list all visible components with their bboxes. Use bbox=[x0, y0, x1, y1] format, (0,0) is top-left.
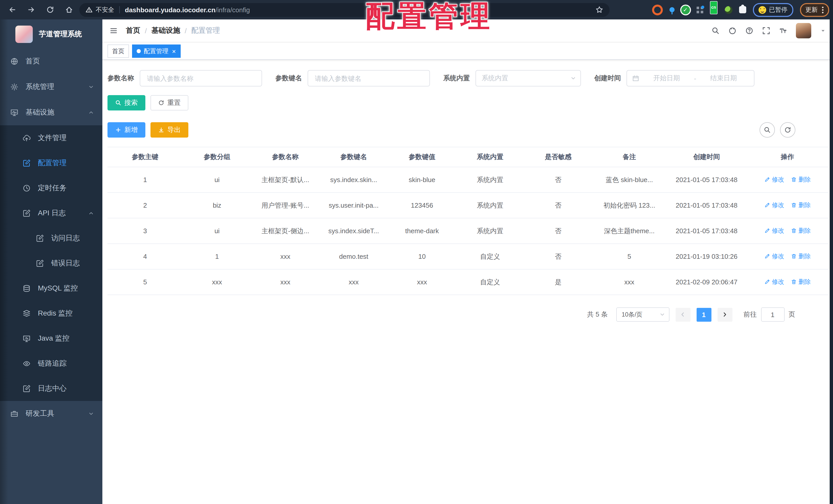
home-icon[interactable] bbox=[63, 4, 75, 16]
main-area: 首页/基础设施/配置管理 首页配置管理× 参数名称 参数键名 系统内置 系统 bbox=[102, 20, 833, 504]
profile-paused-badge[interactable]: 已暂停 bbox=[753, 3, 793, 17]
edit-link[interactable]: 修改 bbox=[764, 227, 784, 235]
sidebar-item-错误日志[interactable]: 错误日志 bbox=[0, 251, 102, 276]
delete-link[interactable]: 删除 bbox=[791, 278, 811, 286]
end-date-placeholder[interactable]: 结束日期 bbox=[698, 74, 749, 83]
sidebar-logo: 芋道管理系统 bbox=[0, 20, 102, 49]
browser-update-button[interactable]: 更新 bbox=[800, 3, 829, 17]
font-size-icon[interactable] bbox=[779, 27, 787, 35]
edit-pen-icon bbox=[764, 279, 770, 285]
goto-page-input[interactable] bbox=[761, 307, 784, 322]
user-avatar[interactable] bbox=[795, 23, 811, 39]
reset-button[interactable]: 重置 bbox=[150, 95, 188, 110]
table-cell: 系统内置 bbox=[456, 218, 524, 244]
prev-page-button[interactable] bbox=[675, 308, 690, 322]
sidebar-item-链路追踪[interactable]: 链路追踪 bbox=[0, 351, 102, 376]
delete-link[interactable]: 删除 bbox=[791, 252, 811, 261]
sidebar-item-研发工具[interactable]: 研发工具 bbox=[0, 401, 102, 427]
table-cell: biz bbox=[183, 193, 251, 218]
security-warning-icon[interactable] bbox=[86, 6, 93, 13]
edit-link[interactable]: 修改 bbox=[764, 175, 784, 184]
export-button[interactable]: 导出 bbox=[150, 122, 188, 137]
sidebar-item-API-日志[interactable]: API 日志 bbox=[0, 200, 102, 226]
fullscreen-icon[interactable] bbox=[762, 27, 770, 35]
table-cell: 蓝色 skin-blue... bbox=[592, 167, 666, 193]
search-icon[interactable] bbox=[711, 27, 719, 35]
edit-link[interactable]: 修改 bbox=[764, 278, 784, 286]
api-log-icon bbox=[23, 209, 31, 217]
calendar-icon bbox=[632, 75, 639, 82]
clock-icon bbox=[23, 184, 31, 192]
table-cell: 2021-02-09 20:06:47 bbox=[666, 269, 747, 295]
extension-orange-icon[interactable] bbox=[652, 4, 663, 15]
param-key-input[interactable] bbox=[314, 74, 424, 83]
sidebar-item-配置管理[interactable]: 配置管理 bbox=[0, 150, 102, 175]
date-range-picker[interactable]: 开始日期 - 结束日期 bbox=[626, 70, 755, 86]
table-cell: 3 bbox=[108, 218, 183, 244]
extension-grid-icon[interactable] bbox=[696, 6, 703, 13]
delete-link[interactable]: 删除 bbox=[791, 175, 811, 184]
breadcrumb-item[interactable]: 基础设施 bbox=[151, 26, 180, 35]
browser-menu-icon[interactable] bbox=[822, 6, 823, 13]
edit-link[interactable]: 修改 bbox=[764, 201, 784, 210]
refresh-button[interactable] bbox=[780, 122, 795, 137]
sidebar-item-label: 配置管理 bbox=[38, 158, 67, 168]
tag-item[interactable]: 首页 bbox=[108, 45, 129, 58]
filter-key-field[interactable] bbox=[308, 70, 430, 86]
breadcrumb-item[interactable]: 首页 bbox=[126, 26, 140, 35]
reload-icon[interactable] bbox=[44, 4, 56, 16]
edit-link[interactable]: 修改 bbox=[764, 252, 784, 261]
search-button[interactable]: 搜索 bbox=[108, 95, 145, 110]
tag-close-icon[interactable]: × bbox=[172, 48, 176, 54]
tag-active[interactable]: 配置管理× bbox=[132, 45, 181, 58]
delete-link[interactable]: 删除 bbox=[791, 201, 811, 210]
table-cell: 2021-01-05 17:03:48 bbox=[666, 193, 747, 218]
sidebar-item-Java-监控[interactable]: Java 监控 bbox=[0, 326, 102, 351]
sidebar-item-定时任务[interactable]: 定时任务 bbox=[0, 175, 102, 200]
delete-link[interactable]: 删除 bbox=[791, 227, 811, 235]
table-cell: xxx bbox=[251, 244, 319, 269]
hamburger-icon[interactable] bbox=[110, 27, 118, 35]
sidebar-item-label: Redis 监控 bbox=[38, 309, 72, 318]
bookmark-star-icon[interactable] bbox=[595, 6, 603, 14]
sidebar-item-文件管理[interactable]: 文件管理 bbox=[0, 125, 102, 150]
sidebar-item-MySQL-监控[interactable]: MySQL 监控 bbox=[0, 276, 102, 301]
github-icon[interactable] bbox=[728, 27, 736, 35]
filter-name-field[interactable] bbox=[140, 70, 262, 86]
extension-check-icon[interactable]: ✓ bbox=[681, 5, 690, 14]
avatar-caret-icon[interactable] bbox=[820, 28, 826, 34]
sidebar-item-日志中心[interactable]: 日志中心 bbox=[0, 376, 102, 401]
page-number-button[interactable]: 1 bbox=[696, 308, 711, 322]
back-icon[interactable] bbox=[6, 4, 19, 16]
page-size-select[interactable]: 10条/页 bbox=[616, 307, 669, 322]
sidebar: 芋道管理系统 首页系统管理基础设施文件管理配置管理定时任务API 日志访问日志错… bbox=[0, 20, 102, 504]
breadcrumb: 首页/基础设施/配置管理 bbox=[126, 26, 220, 35]
toggle-search-button[interactable] bbox=[759, 122, 775, 137]
edit-pen-icon bbox=[764, 253, 770, 259]
sidebar-item-基础设施[interactable]: 基础设施 bbox=[0, 100, 102, 125]
filter-type-label: 系统内置 bbox=[443, 74, 470, 83]
trash-icon bbox=[791, 177, 797, 183]
breadcrumb-separator: / bbox=[145, 27, 147, 35]
extension-pin-icon[interactable] bbox=[669, 7, 674, 12]
next-page-button[interactable] bbox=[717, 308, 732, 322]
sidebar-item-Redis-监控[interactable]: Redis 监控 bbox=[0, 301, 102, 326]
sidebar-item-系统管理[interactable]: 系统管理 bbox=[0, 74, 102, 100]
security-label: 不安全 bbox=[96, 5, 114, 14]
address-bar[interactable]: 不安全 dashboard.yudao.iocoder.cn /infra/co… bbox=[79, 3, 610, 17]
extension-cn-icon[interactable]: cn bbox=[710, 5, 718, 14]
add-button[interactable]: 新增 bbox=[108, 122, 145, 137]
sidebar-item-首页[interactable]: 首页 bbox=[0, 49, 102, 74]
param-name-input[interactable] bbox=[146, 74, 256, 83]
extension-leaf-icon[interactable] bbox=[724, 6, 732, 14]
builtin-select[interactable]: 系统内置 bbox=[475, 70, 581, 86]
breadcrumb-item: 配置管理 bbox=[191, 26, 220, 35]
table-actions: 新增 导出 bbox=[108, 122, 828, 137]
sidebar-item-访问日志[interactable]: 访问日志 bbox=[0, 226, 102, 251]
start-date-placeholder[interactable]: 开始日期 bbox=[641, 74, 692, 83]
sidebar-item-label: MySQL 监控 bbox=[38, 283, 78, 293]
help-icon[interactable] bbox=[745, 27, 753, 35]
table-cell: xxx bbox=[183, 269, 251, 295]
forward-icon[interactable] bbox=[25, 4, 38, 16]
extensions-puzzle-icon[interactable] bbox=[739, 6, 746, 13]
